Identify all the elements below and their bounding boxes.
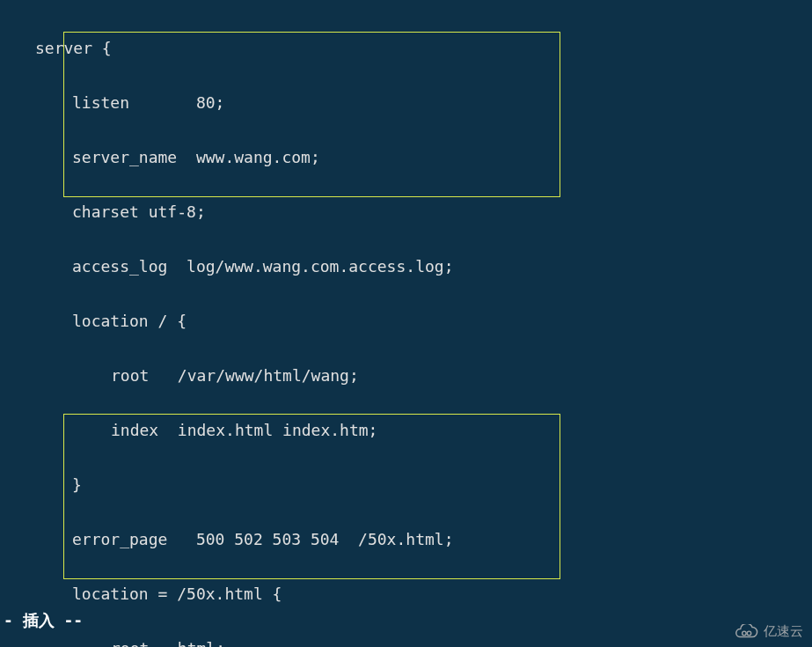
code-line: server_name www.wang.com; xyxy=(0,143,812,171)
svg-point-1 xyxy=(747,631,750,635)
code-line: } xyxy=(0,471,812,498)
code-line: listen 80; xyxy=(0,89,812,116)
code-line: charset utf-8; xyxy=(0,198,812,225)
svg-point-0 xyxy=(743,631,746,635)
code-line: access_log log/www.wang.com.access.log; xyxy=(0,253,812,280)
code-line: server { xyxy=(0,34,812,62)
code-line: index index.html index.htm; xyxy=(0,416,812,444)
vim-status-line: - 插入 -- xyxy=(4,610,83,631)
code-line: root html; xyxy=(0,635,812,647)
code-line: location = /50x.html { xyxy=(0,580,812,607)
code-line: error_page 500 502 503 504 /50x.html; xyxy=(0,526,812,553)
code-block: server { listen 80; server_name www.wang… xyxy=(0,0,812,647)
code-line: location / { xyxy=(0,307,812,335)
watermark: 亿速云 xyxy=(734,623,803,640)
code-line: root /var/www/html/wang; xyxy=(0,362,812,389)
watermark-text: 亿速云 xyxy=(764,623,803,640)
cloud-icon xyxy=(734,624,758,640)
